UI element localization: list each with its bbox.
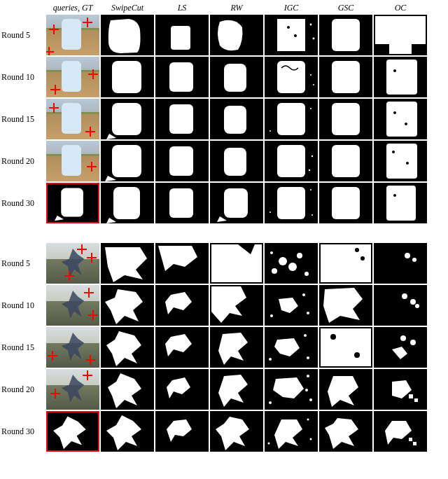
block-separator [0,228,448,240]
svg-point-56 [355,248,359,252]
svg-rect-9 [169,62,193,92]
svg-rect-84 [413,442,416,445]
ground-truth-mask [46,183,99,223]
svg-point-35 [392,151,395,153]
svg-rect-8 [112,61,141,93]
mask-ls [155,369,209,410]
mask-ls [155,99,209,139]
col-queries-gt: queries, GT [46,3,99,13]
mask-igc [265,243,318,284]
row-a-round10: Round 10 [1,57,427,97]
mask-swipecut [101,183,154,223]
mask-gsc [319,411,372,452]
svg-point-42 [310,189,312,190]
mask-oc [374,15,427,55]
svg-point-12 [310,74,312,76]
svg-rect-15 [386,60,417,95]
svg-rect-10 [224,64,246,92]
query-mark-icon [88,69,98,79]
svg-point-3 [310,24,312,26]
svg-rect-19 [224,106,246,134]
svg-point-82 [268,443,270,445]
svg-point-50 [288,263,297,271]
mask-gsc [319,285,372,326]
mask-ls [155,183,209,223]
round-label: Round 30 [1,198,45,209]
svg-point-70 [330,334,336,340]
col-gsc: GSC [319,3,372,13]
query-mark-icon [50,389,60,398]
svg-point-77 [305,389,308,391]
mask-igc [265,15,318,55]
svg-point-2 [294,34,297,37]
mask-rw [210,327,263,368]
query-mark-icon [87,162,97,172]
svg-point-51 [272,268,277,274]
query-image [46,141,99,181]
svg-rect-69 [321,328,371,366]
svg-point-71 [354,352,360,358]
svg-point-62 [307,312,309,314]
mask-gsc [319,15,372,55]
query-mark-icon [49,25,59,34]
svg-point-36 [406,162,409,165]
mask-oc [374,327,427,368]
mask-swipecut [101,411,154,452]
mask-rw [210,57,263,97]
svg-rect-83 [409,438,412,441]
mask-rw [210,141,263,181]
mask-ls [155,15,209,55]
mask-igc [265,411,318,452]
svg-rect-55 [321,244,371,282]
mask-igc [265,285,318,326]
query-image [46,327,99,368]
mask-swipecut [101,243,154,284]
mask-swipecut [101,15,154,55]
mask-oc [374,369,427,410]
mask-oc [374,411,427,452]
mask-igc [265,369,318,410]
row-b-round20: Round 20 [1,369,427,410]
row-a-round20: Round 20 [1,141,427,181]
mask-gsc [319,183,372,223]
row-a-round15: Round 15 [1,99,427,139]
mask-swipecut [101,369,154,410]
svg-rect-24 [386,102,417,137]
mask-gsc [319,369,372,410]
query-mark-icon [46,47,54,55]
mask-swipecut [101,327,154,368]
mask-rw [210,411,263,452]
mask-rw [210,15,263,55]
col-swipecut: SwipeCut [101,3,154,13]
svg-rect-41 [277,187,305,219]
figure-block-a: . queries, GT SwipeCut LS RW IGC GSC OC … [0,0,448,228]
svg-point-64 [410,299,416,305]
mask-ls [155,141,209,181]
svg-rect-40 [224,188,248,218]
svg-point-57 [360,256,365,261]
mask-oc [374,183,427,223]
mask-oc [374,285,427,326]
svg-point-60 [302,293,305,296]
mask-igc [265,183,318,223]
query-mark-icon [49,103,59,113]
query-mark-icon [83,18,92,27]
svg-rect-45 [332,187,360,219]
svg-point-76 [269,401,272,404]
round-label: Round 10 [1,72,45,83]
query-mark-icon [50,85,60,95]
svg-point-72 [400,335,406,341]
svg-point-81 [310,438,312,440]
svg-point-4 [313,38,315,40]
mask-gsc [319,141,372,181]
mask-rw [210,99,263,139]
mask-oc [374,141,427,181]
svg-rect-27 [112,145,141,177]
mask-rw [210,369,263,410]
svg-rect-20 [277,103,305,135]
mask-gsc [319,327,372,368]
svg-rect-79 [414,398,418,402]
svg-rect-28 [169,146,193,176]
svg-rect-17 [112,103,141,135]
round-label: Round 15 [1,114,45,125]
